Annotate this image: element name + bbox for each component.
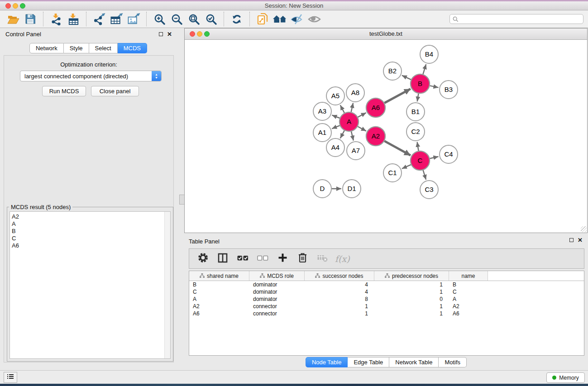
table-cell[interactable]: C (189, 289, 249, 295)
mcds-result-item[interactable]: B (10, 228, 170, 235)
run-mcds-button[interactable]: Run MCDS (42, 86, 86, 96)
graph-edge-A-A8[interactable] (351, 103, 353, 112)
table-cell[interactable]: C (449, 289, 488, 295)
table-cell[interactable]: A (189, 296, 249, 302)
tab-node-table[interactable]: Node Table (306, 357, 348, 367)
export-image-button[interactable] (125, 11, 142, 27)
mcds-result-item[interactable]: A6 (10, 242, 170, 249)
select-all-button[interactable] (234, 251, 252, 267)
table-row[interactable]: A2connector11A2 (189, 303, 584, 310)
tab-style[interactable]: Style (64, 43, 89, 53)
graph-edge-A-A4[interactable] (340, 131, 344, 138)
mcds-result-item[interactable]: C (10, 235, 170, 242)
graph-edge-A-A3[interactable] (332, 115, 339, 118)
graph-node-C[interactable]: C (411, 151, 430, 170)
graph-edge-A2-C[interactable] (384, 141, 411, 156)
graph-node-B[interactable]: B (411, 74, 430, 93)
table-row[interactable]: Adominator80A (189, 295, 584, 303)
columns-button[interactable] (214, 251, 232, 267)
table-float-icon[interactable] (569, 237, 574, 243)
mcds-result-item[interactable]: A2 (10, 213, 170, 220)
import-table-button[interactable] (65, 11, 82, 27)
tab-motifs[interactable]: Motifs (439, 357, 467, 367)
column-header-predecessor-nodes[interactable]: predecessor nodes (374, 271, 449, 281)
export-table-button[interactable] (108, 11, 125, 27)
table-row[interactable]: Cdominator41C (189, 288, 584, 295)
column-header-name[interactable]: name (449, 271, 488, 281)
clear-table-button[interactable] (313, 251, 331, 267)
column-header-MCDS-role[interactable]: MCDS role (249, 271, 305, 281)
refresh-button[interactable] (228, 11, 245, 27)
houses-button[interactable] (271, 11, 288, 27)
table-cell[interactable]: 4 (305, 281, 374, 288)
graph-edge-B-B4[interactable] (423, 64, 426, 74)
graph-node-A[interactable]: A (339, 112, 359, 131)
float-panel-icon[interactable] (158, 31, 164, 37)
graph-node-A7[interactable]: A7 (347, 142, 365, 160)
deselect-all-button[interactable] (253, 251, 272, 267)
export-network-button[interactable] (91, 11, 108, 27)
graph-node-C2[interactable]: C2 (406, 123, 425, 141)
tab-select[interactable]: Select (89, 43, 118, 53)
table-cell[interactable]: A (449, 296, 488, 302)
table-cell[interactable]: A2 (449, 303, 488, 310)
graph-edge-A6-B[interactable] (384, 89, 411, 103)
graph-edge-C-C2[interactable] (417, 142, 419, 151)
table-cell[interactable]: A6 (449, 310, 488, 317)
graph-node-C1[interactable]: C1 (383, 164, 402, 182)
graph-edge-C-C3[interactable] (423, 170, 426, 180)
graph-node-C3[interactable]: C3 (420, 181, 438, 199)
graph-edge-C-C1[interactable] (402, 165, 411, 169)
graph-edge-A-A2[interactable] (358, 127, 366, 131)
zoom-fit-button[interactable] (185, 11, 202, 27)
graph-node-A1[interactable]: A1 (313, 124, 331, 142)
settings-button[interactable] (194, 251, 212, 267)
resize-grip-icon[interactable] (581, 226, 587, 232)
table-cell[interactable]: 1 (374, 303, 449, 310)
table-cell[interactable]: 4 (305, 289, 374, 295)
table-cell[interactable]: 1 (374, 310, 449, 317)
list-scrollbar[interactable] (164, 212, 170, 358)
tab-network[interactable]: Network (29, 43, 64, 53)
graph-node-B4[interactable]: B4 (420, 45, 438, 63)
table-cell[interactable]: A2 (189, 303, 249, 310)
graph-node-D1[interactable]: D1 (343, 180, 361, 198)
graph-node-B1[interactable]: B1 (406, 103, 425, 121)
graph-node-B3[interactable]: B3 (440, 81, 458, 99)
toggle-details-button[interactable] (288, 11, 306, 27)
zoom-out-button[interactable] (168, 11, 185, 27)
graph-edge-A-A5[interactable] (340, 105, 344, 113)
graph-node-A6[interactable]: A6 (366, 98, 385, 117)
save-button[interactable] (22, 11, 39, 27)
table-cell[interactable]: dominator (249, 296, 305, 302)
open-folder-button[interactable] (5, 11, 22, 27)
graph-node-D[interactable]: D (313, 180, 331, 198)
table-cell[interactable]: A6 (189, 310, 249, 317)
graph-node-C4[interactable]: C4 (440, 145, 458, 163)
clone-network-button[interactable] (254, 11, 271, 27)
graph-edge-A-A6[interactable] (358, 113, 366, 117)
tab-edge-table[interactable]: Edge Table (348, 357, 389, 367)
zoom-selected-button[interactable] (202, 11, 220, 27)
table-cell[interactable]: connector (249, 310, 305, 317)
mcds-result-item[interactable]: A (10, 220, 170, 228)
import-network-button[interactable] (48, 11, 65, 27)
graph-node-A4[interactable]: A4 (326, 138, 344, 157)
criterion-select[interactable]: largest connected component (directed) ▲… (20, 71, 162, 81)
table-cell[interactable]: dominator (249, 289, 305, 295)
graph-node-A2[interactable]: A2 (366, 127, 385, 146)
table-row[interactable]: Bdominator41B (189, 281, 584, 288)
table-cell[interactable]: connector (249, 303, 305, 310)
network-canvas[interactable]: B4 B2 B B3 A8 A5 A6 A3 B1 A C2 A1 A2 A4 … (185, 40, 587, 232)
function-builder-icon[interactable]: f(x) (335, 254, 350, 264)
graph-node-A3[interactable]: A3 (313, 102, 331, 120)
graph-edge-B-B2[interactable] (402, 76, 411, 80)
birds-eye-button[interactable] (306, 11, 323, 27)
table-cell[interactable]: 0 (374, 296, 449, 302)
tab-network-table[interactable]: Network Table (389, 357, 439, 367)
panel-chooser-button[interactable] (4, 372, 17, 383)
graph-edge-A-A7[interactable] (351, 131, 354, 140)
table-cell[interactable]: B (449, 281, 488, 288)
table-cell[interactable]: 1 (374, 289, 449, 295)
table-cell[interactable]: 1 (374, 281, 449, 288)
